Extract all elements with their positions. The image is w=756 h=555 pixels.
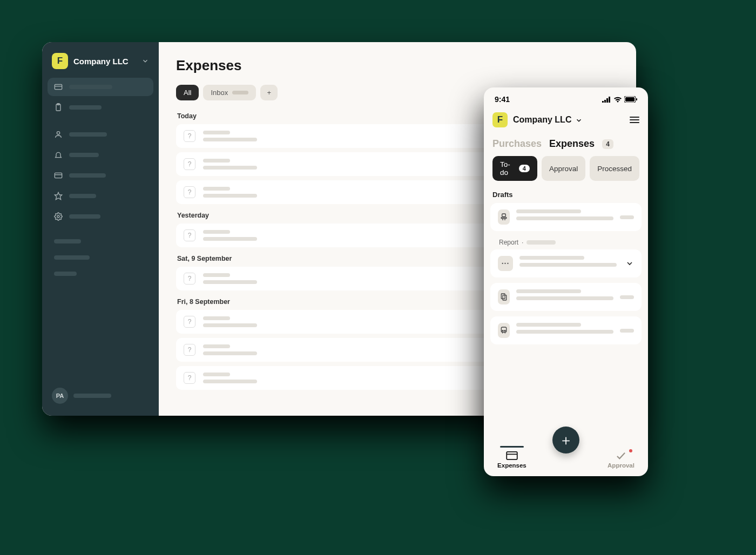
notification-dot-icon [629, 449, 632, 452]
person-icon [54, 130, 63, 139]
avatar: PA [52, 388, 68, 404]
card-icon [54, 83, 63, 91]
star-icon [54, 192, 63, 200]
bell-icon [54, 151, 63, 159]
draft-item[interactable] [490, 203, 642, 231]
sidebar: F Company LLC [42, 42, 159, 416]
sidebar-item-10[interactable] [48, 267, 153, 281]
scope-todo[interactable]: To-do 4 [492, 156, 537, 181]
page-title: Expenses [176, 57, 619, 74]
placeholder-icon: ? [184, 186, 195, 198]
placeholder-icon: ? [184, 130, 195, 142]
svg-rect-14 [625, 97, 634, 101]
sidebar-item-label [69, 132, 107, 137]
tab-purchases[interactable]: Purchases [492, 138, 542, 150]
svg-point-8 [57, 215, 59, 218]
mobile-company-switcher[interactable]: Company LLC [513, 115, 583, 125]
status-clock: 9:41 [495, 95, 510, 104]
bottom-tab-approval[interactable]: Approval [608, 451, 634, 469]
status-icons [602, 95, 637, 104]
report-group-label: Report · [490, 236, 642, 249]
sidebar-item-4[interactable] [48, 146, 153, 164]
chair-icon [498, 209, 510, 225]
sidebar-item-label [69, 153, 99, 157]
bottom-tab-expenses[interactable]: Expenses [497, 451, 526, 469]
sidebar-item-9[interactable] [48, 251, 153, 265]
svg-rect-12 [609, 97, 610, 103]
plus-icon: ＋ [559, 431, 573, 450]
clipboard-icon [54, 103, 63, 112]
company-switcher[interactable]: F Company LLC [48, 50, 153, 77]
placeholder-icon: ? [184, 158, 195, 170]
chevron-down-icon [625, 259, 634, 268]
menu-icon[interactable] [630, 117, 639, 123]
sidebar-item-label [69, 105, 102, 110]
chevron-down-icon [141, 57, 149, 65]
profile-name [73, 394, 111, 398]
chevron-down-icon [575, 117, 583, 124]
placeholder-icon: ? [184, 273, 195, 285]
train-icon [498, 323, 510, 338]
receipt-icon [498, 289, 510, 304]
status-bar: 9:41 [484, 87, 648, 107]
mobile-draft-list: Report · ··· [484, 203, 648, 430]
draft-item[interactable]: ··· [490, 249, 642, 278]
svg-rect-22 [507, 452, 517, 459]
draft-item[interactable] [490, 283, 642, 311]
svg-rect-11 [606, 98, 608, 103]
svg-rect-15 [636, 98, 637, 100]
filter-all[interactable]: All [176, 85, 199, 100]
svg-rect-9 [602, 101, 604, 103]
sidebar-item-8[interactable] [48, 234, 153, 248]
sidebar-item-label [69, 85, 112, 89]
card-icon [54, 171, 63, 180]
app-logo-icon: F [52, 53, 68, 69]
gear-icon [54, 212, 63, 221]
wifi-icon [613, 96, 622, 103]
battery-icon [624, 96, 637, 103]
sidebar-item-5[interactable] [48, 166, 153, 185]
svg-rect-19 [501, 327, 506, 332]
sidebar-item-6[interactable] [48, 187, 153, 205]
svg-rect-5 [55, 173, 62, 178]
tab-expenses-badge: 4 [602, 139, 613, 149]
svg-rect-0 [55, 84, 62, 89]
scope-approval[interactable]: Approval [542, 156, 585, 181]
fab-add-button[interactable]: ＋ [552, 427, 579, 454]
placeholder-icon: ? [184, 344, 195, 356]
tab-expenses[interactable]: Expenses [549, 138, 595, 150]
sidebar-item-7[interactable] [48, 207, 153, 226]
svg-point-4 [57, 132, 59, 134]
more-icon: ··· [498, 256, 513, 271]
filter-add[interactable]: + [260, 85, 278, 100]
card-icon [506, 451, 518, 460]
placeholder-icon: ? [184, 316, 195, 328]
mobile-scope-row: To-do 4 Approval Processed [484, 156, 648, 188]
sidebar-profile[interactable]: PA [48, 383, 153, 408]
sidebar-item-expenses[interactable] [48, 78, 153, 96]
company-name: Company LLC [73, 57, 136, 66]
sidebar-item-label [69, 214, 100, 219]
placeholder-icon: ? [184, 372, 195, 384]
svg-point-21 [504, 330, 505, 331]
app-logo-icon: F [492, 112, 508, 127]
mobile-bottom-nav: Expenses Approval ＋ [484, 430, 648, 476]
mobile-section-heading: Drafts [484, 188, 648, 203]
filter-inbox[interactable]: Inbox [203, 85, 256, 100]
sidebar-item-label [69, 173, 106, 178]
check-icon [615, 451, 627, 460]
svg-rect-16 [502, 214, 505, 216]
draft-item[interactable] [490, 316, 642, 344]
mobile-device: 9:41 F Company LLC Purchases Expenses 4 … [484, 87, 648, 476]
sidebar-item-label [69, 194, 96, 198]
placeholder-icon: ? [184, 229, 195, 241]
mobile-top-tabs: Purchases Expenses 4 [484, 135, 648, 156]
mobile-header: F Company LLC [484, 107, 648, 135]
signal-icon [602, 97, 611, 103]
svg-rect-10 [604, 100, 606, 103]
sidebar-item-2[interactable] [48, 98, 153, 117]
svg-marker-7 [55, 192, 62, 199]
scope-processed[interactable]: Processed [590, 156, 639, 181]
sidebar-item-3[interactable] [48, 125, 153, 144]
svg-point-20 [502, 330, 503, 331]
